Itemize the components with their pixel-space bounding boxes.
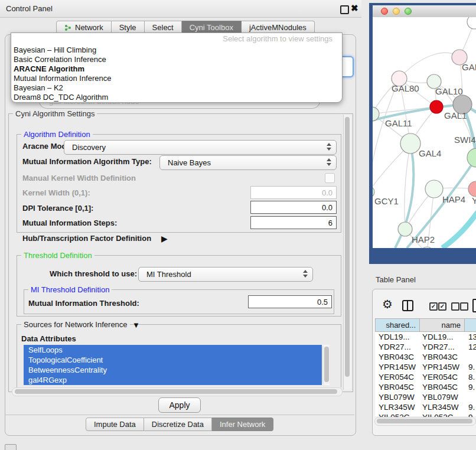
kernel-width-field[interactable] xyxy=(250,186,337,199)
mi-threshold-label: Mutual Information Threshold: xyxy=(28,299,139,308)
tab-infer-network[interactable]: Infer Network xyxy=(212,418,273,431)
table-row[interactable]: YLR345W YLR345W 9. xyxy=(375,402,476,412)
dpi-tolerance-label: DPI Tolerance [0,1]: xyxy=(22,204,93,213)
which-threshold-combo[interactable]: MI Threshold xyxy=(138,267,313,282)
tab-impute-data[interactable]: Impute Data xyxy=(86,418,144,431)
aracne-mode-combo[interactable]: Discovery xyxy=(64,140,337,155)
collapse-down-icon[interactable]: ▼ xyxy=(132,321,140,330)
threshold-definition-title: Threshold Definition xyxy=(21,251,94,260)
network-graph: GAL GAL80 GAL10 GAL1 GAL11 SWI4 GAL4 GCY… xyxy=(373,17,476,248)
manual-kernel-checkbox[interactable] xyxy=(325,173,335,183)
node-gal4[interactable] xyxy=(400,133,420,154)
hub-definition-label: Hub/Transcription Factor Definition xyxy=(22,234,151,243)
node-pink[interactable] xyxy=(468,181,476,197)
node-label: HAP2 xyxy=(412,234,435,244)
deselect-all-checkbox-icon[interactable] xyxy=(451,302,459,311)
node-label: GAL11 xyxy=(385,118,412,128)
scrollbar-thumb[interactable] xyxy=(15,389,337,394)
bottom-tab-bar: Impute Data Discretize Data Infer Networ… xyxy=(86,418,273,431)
node-gal1-selected[interactable] xyxy=(430,100,443,113)
network-window: GAL GAL80 GAL10 GAL1 GAL11 SWI4 GAL4 GCY… xyxy=(369,3,476,264)
table-panel-title: Table Panel xyxy=(376,275,416,284)
node-swi4[interactable] xyxy=(467,148,476,167)
control-panel-titlebar: Control Panel xyxy=(0,0,361,18)
float-window-icon[interactable] xyxy=(340,5,349,14)
node-hap2[interactable] xyxy=(398,222,412,236)
column-header-partial[interactable] xyxy=(464,318,476,332)
mi-steps-field[interactable] xyxy=(250,216,337,229)
sources-title: Sources for Network Inference xyxy=(21,320,130,329)
table-row[interactable]: YDL19... YDL19... 13 xyxy=(375,332,476,342)
close-icon[interactable]: ✖ xyxy=(351,3,358,14)
tab-network-label: Network xyxy=(75,23,103,32)
apply-button[interactable]: Apply xyxy=(158,397,201,413)
attribute-item[interactable]: gal4RGexp xyxy=(24,375,322,385)
gear-icon[interactable]: ⚙ xyxy=(382,297,393,311)
window-title: Control Panel xyxy=(6,4,53,13)
table-row[interactable]: YPR145W YPR145W 9. xyxy=(375,362,476,372)
screen: Control Panel ✖ Network Style Select Cyn… xyxy=(0,0,476,450)
expand-right-icon[interactable]: ▶ xyxy=(161,234,168,243)
node[interactable] xyxy=(421,247,433,248)
settings-horizontal-scrollbar[interactable] xyxy=(12,387,343,396)
attribute-item[interactable]: TopologicalCoefficient xyxy=(24,355,322,365)
algorithm-dropdown-popup: Select algorithm to view settings Bayesi… xyxy=(11,32,343,103)
kernel-width-input[interactable] xyxy=(251,187,336,198)
which-threshold-value: MI Threshold xyxy=(146,270,191,279)
column-header-name[interactable]: name xyxy=(419,318,465,332)
algorithm-option[interactable]: Bayesian – K2 xyxy=(14,83,340,93)
mi-threshold-title: MI Threshold Definition xyxy=(28,285,112,294)
column-header-shared-name[interactable]: shared... xyxy=(375,318,420,332)
dock-panel-icon[interactable] xyxy=(5,444,17,450)
node-hap4[interactable] xyxy=(425,180,443,198)
column-view-icon[interactable] xyxy=(402,300,413,311)
minimize-traffic-light[interactable] xyxy=(393,8,400,15)
dpi-tolerance-field[interactable] xyxy=(250,201,337,214)
network-canvas[interactable]: GAL GAL80 GAL10 GAL1 GAL11 SWI4 GAL4 GCY… xyxy=(373,17,476,248)
algorithm-option[interactable]: Mutual Information Inference xyxy=(14,74,340,83)
node[interactable] xyxy=(467,17,476,29)
node-label: HAP4 xyxy=(442,194,465,204)
attribute-list-scrollbar[interactable] xyxy=(322,345,330,384)
table-row-clipped[interactable]: YIL052C YIL052C 9 xyxy=(375,412,476,417)
mi-type-combo[interactable]: Naive Bayes xyxy=(159,155,337,170)
node-label: GAL4 xyxy=(419,148,441,158)
algorithm-option[interactable]: Basic Correlation Inference xyxy=(14,55,340,64)
document-icon[interactable] xyxy=(472,299,476,312)
dpi-tolerance-input[interactable] xyxy=(251,201,336,213)
mi-steps-input[interactable] xyxy=(251,217,336,229)
data-attributes-label: Data Attributes xyxy=(21,334,76,343)
scrollbar-thumb[interactable] xyxy=(377,419,472,423)
mi-threshold-field[interactable] xyxy=(248,295,332,308)
node-label: GAL80 xyxy=(392,83,419,93)
scrollbar-thumb[interactable] xyxy=(324,347,329,382)
close-traffic-light[interactable] xyxy=(381,8,388,15)
node-label: GAL1 xyxy=(444,110,467,120)
table-row[interactable]: YBR045C YBR045C 9. xyxy=(375,382,476,392)
select-all-checkbox-icon[interactable]: ✓ xyxy=(429,302,438,311)
settings-vertical-scrollbar[interactable] xyxy=(343,115,351,390)
table-row[interactable]: YBR043C YBR043C xyxy=(375,352,476,362)
table-horizontal-scrollbar[interactable] xyxy=(374,417,476,426)
select-all-checkbox-icon[interactable]: ✓ xyxy=(438,302,446,311)
node-label: GAL xyxy=(462,62,476,72)
network-nodes xyxy=(373,17,476,248)
tab-discretize-data[interactable]: Discretize Data xyxy=(144,418,212,431)
node-label: GCY1 xyxy=(374,196,399,206)
algorithm-option[interactable]: Dream8 DC_TDC Algorithm xyxy=(14,93,340,102)
network-window-titlebar xyxy=(373,5,476,18)
algorithm-option[interactable]: Bayesian – Hill Climbing xyxy=(14,45,340,55)
algorithm-option-selected[interactable]: ARACNE Algorithm xyxy=(14,64,340,74)
kernel-width-label: Kernel Width (0,1): xyxy=(22,188,90,197)
mi-type-value: Naive Bayes xyxy=(168,158,211,167)
deselect-all-checkbox-icon[interactable] xyxy=(460,302,468,311)
zoom-traffic-light[interactable] xyxy=(405,8,412,15)
table-row[interactable]: YDR27... YDR27... 12 xyxy=(375,342,476,352)
scrollbar-thumb[interactable] xyxy=(345,117,350,377)
mi-steps-label: Mutual Information Steps: xyxy=(22,219,117,227)
table-row[interactable]: YBL079W YBL079W xyxy=(375,392,476,402)
table-row[interactable]: YER054C YER054C 8. xyxy=(375,372,476,382)
attribute-item[interactable]: BetweennessCentrality xyxy=(24,365,322,375)
attribute-item[interactable]: SelfLoops xyxy=(24,345,322,355)
mi-threshold-input[interactable] xyxy=(249,296,331,308)
